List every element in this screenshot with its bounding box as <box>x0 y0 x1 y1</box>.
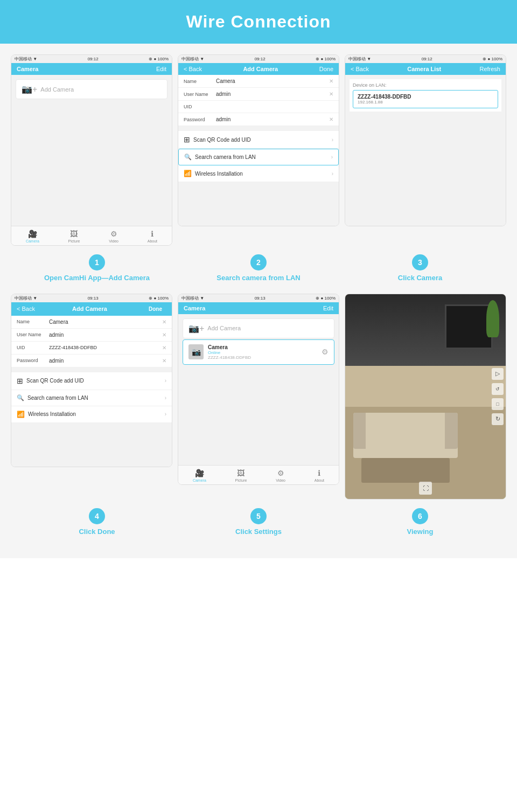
footer-video-1[interactable]: ⚙ Video <box>109 230 118 243</box>
name-clear-4[interactable]: ✕ <box>162 319 166 325</box>
phone-5: 中国移动 ▼ 09:13 ⊕ ● 100% Camera Edit 📷+ Add… <box>178 294 339 485</box>
settings-gear-icon[interactable]: ⚙ <box>322 348 329 356</box>
scan-qr-action[interactable]: ⊞ Scan QR Code add UID › <box>178 131 339 149</box>
username-field-4: User Name admin ✕ <box>11 329 172 342</box>
search-lan-action[interactable]: 🔍 Search camera from LAN › <box>178 149 339 165</box>
cam-details: Camera Online ZZZZ-41B438-DDFBD <box>208 344 317 360</box>
lan-device-item[interactable]: ZZZZ-418438-DDFBD 192.168.1.88 <box>353 90 498 108</box>
phone-2-back[interactable]: < Back <box>184 66 202 72</box>
username-clear-icon[interactable]: ✕ <box>329 91 333 97</box>
step-1-label: Open CamHi App—Add Camera <box>44 274 150 283</box>
uid-clear-4[interactable]: ✕ <box>162 345 166 351</box>
tv-screen <box>445 304 493 350</box>
video-tab-icon: ⚙ <box>110 230 117 238</box>
username-clear-4[interactable]: ✕ <box>162 332 166 338</box>
phone-2-wrap: 中国移动 ▼ 09:12 ⊕ ● 100% < Back Add Camera … <box>178 54 339 246</box>
phone-1: 中国移动 ▼ 09:12 ⊕ ● 100% Camera Edit 📷+ Add… <box>11 54 172 246</box>
phone-4-time: 09:13 <box>37 296 149 301</box>
password-clear-icon[interactable]: ✕ <box>329 116 333 122</box>
wireless-chevron-4: › <box>165 411 166 417</box>
cam-name: Camera <box>208 344 317 350</box>
password-label: Password <box>184 117 216 122</box>
form-separator-1 <box>178 127 339 131</box>
phone-3-title: Camera List <box>407 66 441 72</box>
username-value-4[interactable]: admin <box>49 332 162 338</box>
phone-4-done-btn[interactable]: Done <box>144 305 166 313</box>
footer-camera-5[interactable]: 🎥 Camera <box>193 469 206 482</box>
camera-tab-icon: 🎥 <box>28 230 37 238</box>
about-tab-icon: ℹ <box>151 230 153 238</box>
sofa-arm-right <box>445 413 457 449</box>
password-value[interactable]: admin <box>216 116 329 122</box>
wireless-action-4[interactable]: 📶 Wireless Installation › <box>11 406 172 423</box>
phone-4-back[interactable]: < Back <box>17 306 35 312</box>
lan-device-name: ZZZZ-418438-DDFBD <box>358 94 493 100</box>
add-camera-btn-1[interactable]: 📷+ Add Camera <box>16 79 167 99</box>
phone-1-nav-title: Camera <box>17 66 38 72</box>
step-6-number: 6 <box>418 512 422 520</box>
step-5-number: 5 <box>256 512 261 520</box>
action-section-1: ⊞ Scan QR Code add UID › 🔍 Search camera… <box>178 131 339 182</box>
step-6-circle: 6 <box>412 508 428 524</box>
search-lan-label: Search camera from LAN <box>195 154 256 160</box>
scan-qr-label: Scan QR Code add UID <box>193 137 251 143</box>
snapshot-btn[interactable]: ↺ <box>492 383 504 395</box>
phone-4-wrap: 中国移动 ▼ 09:13 ⊕ ● 100% < Back Add Camera … <box>11 294 172 499</box>
picture-tab-icon-5: 🖼 <box>237 469 244 477</box>
record-btn[interactable]: □ <box>492 398 504 410</box>
phone-3-back[interactable]: < Back <box>351 66 369 72</box>
cam-uid-display: ZZZZ-41B438-DDFBD <box>208 355 317 360</box>
footer-camera-1[interactable]: 🎥 Camera <box>26 230 39 243</box>
live-video-feed: ▷ ↺ □ ↻ ⛶ <box>345 294 506 499</box>
phone-1-edit[interactable]: Edit <box>156 66 166 72</box>
phone-5-edit[interactable]: Edit <box>323 305 333 311</box>
fullscreen-btn[interactable]: ⛶ <box>419 482 432 495</box>
scan-qr-action-4[interactable]: ⊞ Scan QR Code add UID › <box>11 372 172 390</box>
plant-decor <box>486 300 499 337</box>
ptz-up-btn[interactable]: ▷ <box>492 368 504 380</box>
add-camera-btn-5[interactable]: 📷+ Add Camera <box>183 318 334 338</box>
form-separator-4 <box>11 368 172 372</box>
phone-5-time: 09:13 <box>204 296 316 301</box>
username-value[interactable]: admin <box>216 91 329 97</box>
main-content: 中国移动 ▼ 09:12 ⊕ ● 100% Camera Edit 📷+ Add… <box>0 44 517 558</box>
phone-4-nav: < Back Add Camera Done <box>11 302 172 316</box>
phone-2-done[interactable]: Done <box>319 66 333 72</box>
refresh-btn[interactable]: ↻ <box>492 413 504 425</box>
name-value[interactable]: Camera <box>216 78 329 84</box>
footer-video-5[interactable]: ⚙ Video <box>276 469 285 482</box>
footer-camera-label-5: Camera <box>193 478 206 482</box>
wireless-label: Wireless Installation <box>195 171 243 177</box>
wireless-label-4: Wireless Installation <box>28 411 76 417</box>
password-value-4[interactable]: admin <box>49 358 162 364</box>
password-clear-4[interactable]: ✕ <box>162 358 166 364</box>
footer-picture-5[interactable]: 🖼 Picture <box>235 469 247 482</box>
phone-1-battery: ⊕ ● 100% <box>149 57 169 61</box>
add-camera-label-5: Add Camera <box>207 325 241 331</box>
top-phone-row: 中国移动 ▼ 09:12 ⊕ ● 100% Camera Edit 📷+ Add… <box>11 54 506 246</box>
footer-picture-1[interactable]: 🖼 Picture <box>68 230 80 243</box>
side-controls: ▷ ↺ □ ↻ <box>492 368 504 425</box>
phone-5-body: 📷+ Add Camera 📷 Camera Online ZZZZ-41B43… <box>178 314 339 465</box>
uid-field-4: UID ZZZZ-418438-DDFBD ✕ <box>11 342 172 355</box>
footer-picture-label: Picture <box>68 239 80 243</box>
step-4-number: 4 <box>95 512 99 520</box>
video-tab-icon-5: ⚙ <box>277 469 284 477</box>
footer-about-1[interactable]: ℹ About <box>148 230 157 243</box>
phone-4: 中国移动 ▼ 09:13 ⊕ ● 100% < Back Add Camera … <box>11 294 172 467</box>
footer-video-label-5: Video <box>276 478 285 482</box>
footer-camera-label: Camera <box>26 239 39 243</box>
name-value-4[interactable]: Camera <box>49 319 162 325</box>
phone-4-status: 中国移动 ▼ 09:13 ⊕ ● 100% <box>11 294 172 302</box>
step-3-label: Click Camera <box>398 274 442 283</box>
uid-label: UID <box>184 104 216 109</box>
step-5-label: Click Settings <box>235 528 282 537</box>
name-clear-icon[interactable]: ✕ <box>329 78 333 84</box>
phone-3-refresh[interactable]: Refresh <box>479 66 500 72</box>
uid-value-4[interactable]: ZZZZ-418438-DDFBD <box>49 345 162 350</box>
phone-3-wrap: 中国移动 ▼ 09:12 ⊕ ● 100% < Back Camera List… <box>345 54 506 246</box>
wireless-action[interactable]: 📶 Wireless Installation › <box>178 165 339 182</box>
footer-about-5[interactable]: ℹ About <box>315 469 324 482</box>
search-lan-action-4[interactable]: 🔍 Search camera from LAN › <box>11 390 172 406</box>
camera-online-item[interactable]: 📷 Camera Online ZZZZ-41B438-DDFBD ⚙ <box>183 339 334 365</box>
